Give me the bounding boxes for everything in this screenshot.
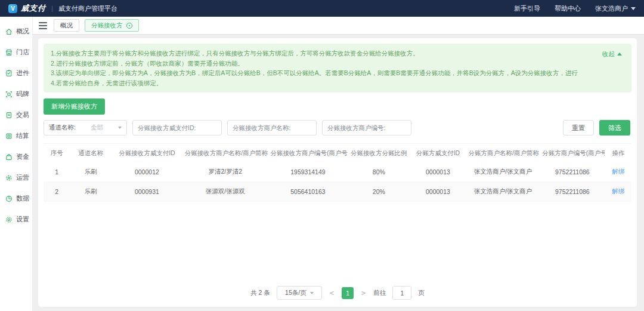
sidebar-item-label: 门店 xyxy=(16,48,29,57)
notice-line: 3.该绑定为单向绑定，即分账方为A，分账接收方为B，绑定后A可以分账给B，但B不… xyxy=(51,68,578,78)
unbind-link[interactable]: 解绑 xyxy=(612,187,624,195)
sidebar-item-overview[interactable]: 概况 xyxy=(0,21,32,42)
sidebar-item-label: 资金 xyxy=(16,152,29,161)
notice-line: 1.分账接收方主要用于将分账方和分账接收方进行绑定，只有分账接收方与分账方绑定后… xyxy=(51,48,578,58)
sidebar-item-label: 设置 xyxy=(16,215,29,224)
col-ratio: 分账接收方分账比例 xyxy=(348,144,410,163)
notice-line: 2.进行分账接收方绑定前，分账方（即收款商家）需要开通分账功能。 xyxy=(51,58,578,69)
reset-button[interactable]: 重置 xyxy=(563,120,594,136)
col-action: 操作 xyxy=(605,144,631,163)
brand-logo-text: 威支付 xyxy=(21,3,46,14)
header-right-nav: 新手引导 帮助中心 张文浩商户 xyxy=(514,4,636,13)
channel-select-value: 全部 xyxy=(91,124,103,132)
top-header-bar: V 威支付 | 威支付商户管理平台 新手引导 帮助中心 张文浩商户 xyxy=(0,0,644,17)
sidebar-item-settlement[interactable]: 结算 xyxy=(0,125,32,146)
page-unit-label: 页 xyxy=(418,289,425,297)
chevron-down-icon xyxy=(631,7,636,10)
cell-receiver-name: 罗清2/罗清2 xyxy=(182,162,268,182)
filter-button[interactable]: 筛选 xyxy=(599,120,630,136)
store-icon xyxy=(5,48,13,57)
col-receiver-no: 分账接收方商户编号(商户号) xyxy=(268,144,348,163)
sidebar-item-data[interactable]: 数据 xyxy=(0,188,32,209)
sidebar-item-stores[interactable]: 门店 xyxy=(0,42,32,63)
goto-page-input[interactable] xyxy=(392,286,411,300)
sidebar-item-settings[interactable]: 设置 xyxy=(0,209,32,230)
chevron-down-icon xyxy=(118,127,122,129)
data-icon xyxy=(5,195,13,203)
sidebar-item-label: 交易 xyxy=(16,110,29,119)
receiver-no-input[interactable] xyxy=(322,120,411,136)
sidebar-item-application[interactable]: 进件 xyxy=(0,63,32,84)
transaction-icon xyxy=(5,111,13,119)
cell-receiver-no: 5056410163 xyxy=(268,182,348,202)
tab-bar: 概况 分账接收方 xyxy=(33,17,644,35)
col-payer-id: 分账方威支付ID xyxy=(410,144,466,163)
col-payer-no: 分账方商户编号(商户号) xyxy=(540,144,605,163)
table-row: 2 乐刷 0000931 张源双/张源双 5056410163 20% 0000… xyxy=(44,182,631,202)
cell-payer-id: 0000013 xyxy=(410,162,466,182)
cell-receiver-id: 0000012 xyxy=(112,162,182,182)
notice-banner: 1.分账接收方主要用于将分账方和分账接收方进行绑定，只有分账接收方与分账方绑定后… xyxy=(44,44,631,93)
collapse-notice-button[interactable]: 收起 xyxy=(602,49,622,59)
receiver-id-input[interactable] xyxy=(132,120,222,136)
sidebar-item-label: 概况 xyxy=(16,27,29,36)
menu-collapse-icon[interactable] xyxy=(39,22,47,29)
chevron-down-icon xyxy=(310,292,314,294)
overview-icon xyxy=(5,27,13,36)
table-header-row: 序号 通道名称 分账接收方威支付ID 分账接收方商户名称/商户简称 分账接收方商… xyxy=(44,144,631,163)
close-tab-icon[interactable] xyxy=(126,23,132,29)
account-menu[interactable]: 张文浩商户 xyxy=(595,4,636,13)
pagination: 共 2 条 15条/页 < 1 > 前往 页 xyxy=(44,283,631,303)
table-row: 1 乐刷 0000012 罗清2/罗清2 1959314149 80% 0000… xyxy=(44,162,631,182)
receiver-name-input[interactable] xyxy=(227,120,317,136)
cell-ratio: 80% xyxy=(348,162,410,182)
sidebar-item-qrcode[interactable]: 码牌 xyxy=(0,84,32,104)
nav-help-center[interactable]: 帮助中心 xyxy=(555,4,581,13)
col-seq: 序号 xyxy=(44,144,70,163)
sidebar-item-funds[interactable]: 资金 xyxy=(0,146,32,167)
page-size-select[interactable]: 15条/页 xyxy=(277,286,322,300)
prev-page-icon[interactable]: < xyxy=(329,289,335,297)
cell-payer-no: 9752211086 xyxy=(540,162,605,182)
collapse-label: 收起 xyxy=(602,49,615,59)
cell-channel: 乐刷 xyxy=(70,162,112,182)
tab-split-receiver[interactable]: 分账接收方 xyxy=(85,19,139,32)
channel-select[interactable]: 通道名称: 全部 xyxy=(44,120,127,136)
sidebar-item-label: 进件 xyxy=(16,69,29,78)
col-payer-name: 分账方商户名称/商户简称 xyxy=(466,144,540,163)
cell-receiver-no: 1959314149 xyxy=(268,162,348,182)
tab-label: 分账接收方 xyxy=(91,21,123,30)
sidebar-item-label: 结算 xyxy=(16,131,29,140)
nav-beginner-guide[interactable]: 新手引导 xyxy=(514,4,540,13)
col-receiver-name: 分账接收方商户名称/商户简称 xyxy=(182,144,268,163)
settings-icon xyxy=(5,215,13,224)
qrcode-icon xyxy=(5,90,13,98)
funds-icon xyxy=(5,153,13,161)
tab-overview[interactable]: 概况 xyxy=(54,19,79,32)
collapse-arrow-icon xyxy=(617,53,622,56)
sidebar-item-operations[interactable]: 运营 xyxy=(0,167,32,188)
brand-logo-icon: V xyxy=(8,4,17,13)
cell-ratio: 20% xyxy=(348,182,410,202)
add-split-receiver-button[interactable]: 新增分账接收方 xyxy=(44,98,105,115)
account-name: 张文浩商户 xyxy=(595,4,628,13)
cell-channel: 乐刷 xyxy=(70,182,112,202)
application-icon xyxy=(5,69,13,78)
page-number-current[interactable]: 1 xyxy=(342,287,354,299)
operation-icon xyxy=(5,174,13,182)
platform-title: 威支付商户管理平台 xyxy=(58,4,117,13)
cell-payer-no: 9752211086 xyxy=(540,182,605,202)
content-card: 1.分账接收方主要用于将分账方和分账接收方进行绑定，只有分账接收方与分账方绑定后… xyxy=(38,38,637,307)
goto-label: 前往 xyxy=(373,289,386,297)
channel-select-label: 通道名称: xyxy=(49,124,76,132)
sidebar-item-transactions[interactable]: 交易 xyxy=(0,104,32,125)
sidebar-item-label: 码牌 xyxy=(16,90,29,98)
sidebar-nav: 概况 门店 进件 码牌 交易 结算 xyxy=(0,17,33,311)
cell-payer-name: 张文浩商户/张文商户 xyxy=(466,182,540,202)
unbind-link[interactable]: 解绑 xyxy=(612,168,624,175)
next-page-icon[interactable]: > xyxy=(360,289,367,297)
header-divider: | xyxy=(51,5,53,12)
sidebar-item-label: 运营 xyxy=(16,173,29,182)
col-receiver-id: 分账接收方威支付ID xyxy=(112,144,182,163)
notice-line: 4.若需分账给自身，无需进行该项绑定。 xyxy=(51,78,578,88)
